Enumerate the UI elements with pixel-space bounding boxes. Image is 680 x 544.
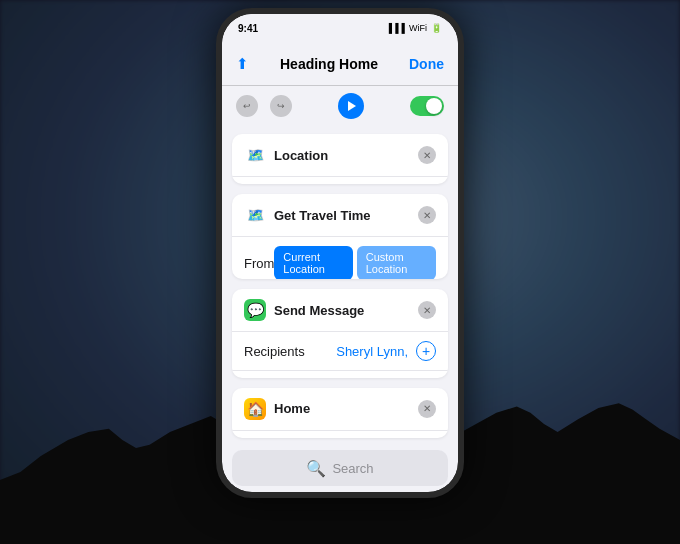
travel-card-header: 🗺️ Get Travel Time ✕ xyxy=(232,194,448,237)
signal-icon: ▐▐▐ xyxy=(386,23,405,33)
undo-icon[interactable]: ↩ xyxy=(236,95,258,117)
message-card-header-left: 💬 Send Message xyxy=(244,299,364,321)
travel-card-header-left: 🗺️ Get Travel Time xyxy=(244,204,371,226)
search-placeholder: Search xyxy=(332,461,373,476)
battery-icon: 🔋 xyxy=(431,23,442,33)
recipients-row: Recipients Sheryl Lynn, + xyxy=(232,332,448,371)
location-card-close[interactable]: ✕ xyxy=(418,146,436,164)
home-card-icon: 🏠 xyxy=(244,398,266,420)
travel-card-title: Get Travel Time xyxy=(274,208,371,223)
home-card-title: Home xyxy=(274,401,310,416)
status-time: 9:41 xyxy=(238,23,258,34)
wifi-icon: WiFi xyxy=(409,23,427,33)
recipient-name[interactable]: Sheryl Lynn, xyxy=(336,344,408,359)
from-label: From xyxy=(244,256,274,271)
travel-card: 🗺️ Get Travel Time ✕ From Current Locati… xyxy=(232,194,448,279)
location-card-icon: 🗺️ xyxy=(244,144,266,166)
recipients-group: Sheryl Lynn, + xyxy=(336,341,436,361)
play-button[interactable] xyxy=(338,93,364,119)
message-card: 💬 Send Message ✕ Recipients Sheryl Lynn,… xyxy=(232,289,448,378)
location-card-title: Location xyxy=(274,148,328,163)
location-buttons: Current Location Custom Location xyxy=(274,246,436,279)
location-card-header: 🗺️ Location ✕ xyxy=(232,134,448,177)
search-icon: 🔍 xyxy=(306,459,326,478)
message-card-close[interactable]: ✕ xyxy=(418,301,436,319)
location-card: 🗺️ Location ✕ Location Home xyxy=(232,134,448,184)
location-row: Location Home xyxy=(232,177,448,184)
message-card-header: 💬 Send Message ✕ xyxy=(232,289,448,332)
recipients-label: Recipients xyxy=(244,344,305,359)
nav-bar: ⬆ Heading Home Done xyxy=(222,42,458,86)
home-card: 🏠 Home ✕ Set thermostat to 70° xyxy=(232,388,448,438)
upload-icon[interactable]: ⬆ xyxy=(236,55,249,73)
location-card-header-left: 🗺️ Location xyxy=(244,144,328,166)
travel-card-close[interactable]: ✕ xyxy=(418,206,436,224)
play-triangle-icon xyxy=(348,101,356,111)
status-bar: 9:41 ▐▐▐ WiFi 🔋 xyxy=(222,14,458,42)
message-card-title: Send Message xyxy=(274,303,364,318)
thermostat-row: Set thermostat to 70° xyxy=(232,431,448,438)
status-icons: ▐▐▐ WiFi 🔋 xyxy=(386,23,442,33)
phone-frame: 9:41 ▐▐▐ WiFi 🔋 ⬆ Heading Home Done ↩ ↪ xyxy=(216,8,464,498)
toggle-knob xyxy=(426,98,442,114)
message-card-icon: 💬 xyxy=(244,299,266,321)
message-content-row: I will be home in be home 🗺️ Travel Time xyxy=(232,371,448,378)
toggle-switch[interactable] xyxy=(410,96,444,116)
from-row: From Current Location Custom Location xyxy=(232,237,448,279)
toolbar: ↩ ↪ xyxy=(222,86,458,126)
travel-card-icon: 🗺️ xyxy=(244,204,266,226)
add-recipient-btn[interactable]: + xyxy=(416,341,436,361)
custom-location-btn[interactable]: Custom Location xyxy=(357,246,436,279)
home-card-header-left: 🏠 Home xyxy=(244,398,310,420)
search-bar[interactable]: 🔍 Search xyxy=(232,450,448,486)
scroll-content: 🗺️ Location ✕ Location Home 🗺️ xyxy=(222,126,458,446)
redo-icon[interactable]: ↪ xyxy=(270,95,292,117)
phone-screen: 9:41 ▐▐▐ WiFi 🔋 ⬆ Heading Home Done ↩ ↪ xyxy=(222,14,458,492)
home-card-header: 🏠 Home ✕ xyxy=(232,388,448,431)
nav-title: Heading Home xyxy=(280,56,378,72)
phone-container: 9:41 ▐▐▐ WiFi 🔋 ⬆ Heading Home Done ↩ ↪ xyxy=(216,8,464,498)
toolbar-left: ↩ ↪ xyxy=(236,95,292,117)
home-card-close[interactable]: ✕ xyxy=(418,400,436,418)
current-location-btn[interactable]: Current Location xyxy=(274,246,352,279)
done-button[interactable]: Done xyxy=(409,56,444,72)
